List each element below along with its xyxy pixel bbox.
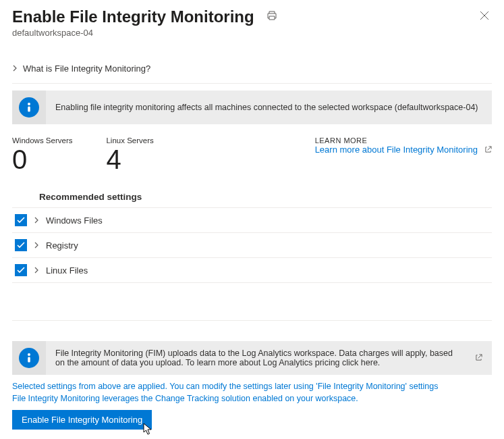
learn-more-link-text: Learn more about File Integrity Monitori… — [315, 145, 478, 155]
cursor-icon — [142, 423, 155, 436]
info-banner-text: File Integrity Monitoring (FIM) uploads … — [46, 343, 466, 373]
stat-value: 4 — [106, 146, 153, 173]
learn-more-heading: LEARN MORE — [315, 136, 492, 145]
svg-point-2 — [28, 353, 30, 356]
setting-label: Registry — [46, 240, 78, 251]
setting-row-windows-files[interactable]: Windows Files — [12, 207, 492, 232]
stat-label: Windows Servers — [12, 136, 72, 145]
learn-more-link[interactable]: Learn more about File Integrity Monitori… — [315, 145, 492, 155]
external-link-icon[interactable] — [466, 353, 492, 363]
note-change-tracking: File Integrity Monitoring leverages the … — [12, 394, 492, 403]
stat-windows-servers: Windows Servers 0 — [12, 136, 72, 173]
stat-value: 0 — [12, 146, 72, 173]
info-icon — [19, 97, 39, 118]
chevron-right-icon — [34, 265, 39, 276]
recommended-settings-heading: Recommended settings — [39, 192, 492, 207]
workspace-subtitle: defaultworkspace-04 — [12, 28, 492, 38]
external-link-icon — [484, 146, 492, 153]
checkbox-checked-icon[interactable] — [15, 214, 27, 226]
chevron-right-icon — [12, 63, 18, 74]
setting-row-registry[interactable]: Registry — [12, 232, 492, 257]
enable-fim-button[interactable]: Enable File Integrity Monitoring — [12, 410, 152, 430]
svg-rect-3 — [28, 357, 30, 363]
checkbox-checked-icon[interactable] — [15, 239, 27, 251]
page-title: Enable File Integrity Monitoring — [12, 7, 254, 26]
info-banner-text: Enabling file integrity monitoring affec… — [46, 97, 492, 118]
close-button[interactable] — [477, 7, 492, 26]
what-is-fim-expander[interactable]: What is File Integrity Monitoring? — [12, 63, 492, 84]
setting-row-linux-files[interactable]: Linux Files — [12, 257, 492, 283]
stat-linux-servers: Linux Servers 4 — [106, 136, 153, 173]
info-banner-data-charges: File Integrity Monitoring (FIM) uploads … — [12, 341, 492, 375]
svg-point-0 — [28, 103, 30, 105]
svg-rect-1 — [28, 107, 30, 112]
checkbox-checked-icon[interactable] — [15, 264, 27, 276]
enable-button-label: Enable File Integrity Monitoring — [22, 415, 142, 425]
info-banner-affects-machines: Enabling file integrity monitoring affec… — [12, 91, 492, 124]
stat-label: Linux Servers — [106, 136, 153, 145]
info-icon — [19, 348, 39, 368]
chevron-right-icon — [34, 240, 39, 251]
print-icon[interactable] — [267, 10, 277, 23]
setting-label: Windows Files — [46, 215, 103, 226]
expander-label: What is File Integrity Monitoring? — [23, 63, 150, 74]
setting-label: Linux Files — [46, 265, 88, 276]
note-settings-applied: Selected settings from above are applied… — [12, 382, 492, 391]
chevron-right-icon — [34, 215, 39, 226]
